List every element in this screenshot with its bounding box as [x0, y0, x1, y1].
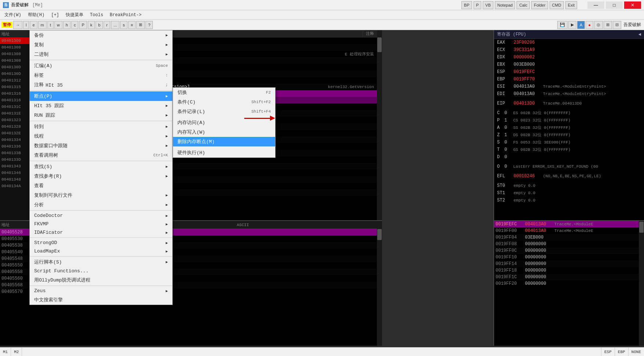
addr-2: 00401308	[0, 51, 30, 57]
ctx-chinese-search[interactable]: 中文搜索引擎	[30, 295, 172, 305]
ctx-sub-del-mem-bp[interactable]: 删除内存断点(M)	[173, 137, 275, 146]
ctx-sub-mem-write[interactable]: 内存写入(W)	[173, 127, 275, 137]
stack-row-3[interactable]: 0019FF0C 00000000	[494, 247, 644, 254]
ctx-copy[interactable]: 复制▶	[30, 40, 172, 50]
tb-plus2[interactable]: ⊞	[604, 21, 612, 29]
ctx-strongod[interactable]: StrongOD▶	[30, 239, 172, 247]
ctx-ollydump[interactable]: 用OllyDump脱壳调试进程	[30, 275, 172, 285]
calc-button[interactable]: Calc	[517, 1, 530, 9]
stack-row-8[interactable]: 0019FF20 00000000	[494, 280, 644, 287]
tb-e[interactable]: e	[30, 21, 37, 29]
ctx-find-ref[interactable]: 查找参考(R)▶	[30, 171, 172, 181]
menu-shortcuts[interactable]: 快捷菜单	[63, 11, 86, 19]
ctx-sub-hw-exec[interactable]: 硬件执行(H)	[173, 148, 275, 157]
tb-r[interactable]: r	[104, 21, 110, 29]
ctx-backup[interactable]: 备份▶	[30, 30, 172, 40]
addr-20: 00401346	[0, 170, 30, 176]
ctx-comment[interactable]: 注释;	[30, 80, 172, 90]
tb-dots[interactable]: ...	[111, 21, 119, 29]
tb-minus[interactable]: ⊟	[613, 21, 621, 29]
menu-help[interactable]: 帮助(H)	[25, 11, 48, 19]
stack-row-0[interactable]: 0019FF00 004013A0 TraceMe.<ModuleE	[494, 228, 644, 234]
ctx-thread[interactable]: 线程▶	[30, 131, 172, 141]
vb-button[interactable]: VB	[483, 1, 493, 9]
tb-a[interactable]: A	[577, 21, 585, 29]
ctx-codedoctor[interactable]: CodeDoctor▶	[30, 211, 172, 220]
ctx-loadmapex[interactable]: LoadMapEx▶	[30, 247, 172, 255]
maximize-button[interactable]: □	[606, 1, 623, 9]
ctx-find[interactable]: 查找(S)▶	[30, 162, 172, 171]
minimize-button[interactable]: —	[587, 1, 604, 9]
ctx-run-trace[interactable]: RUN 跟踪▶	[30, 110, 172, 120]
tb-play[interactable]: ▶	[568, 21, 576, 29]
p-button[interactable]: P	[474, 1, 481, 9]
menu-breakpoint[interactable]: BreakPoint->	[107, 12, 144, 18]
ctx-binary[interactable]: 二进制▶	[30, 50, 172, 59]
tb-b[interactable]: b	[96, 21, 103, 29]
tb-l[interactable]: l	[23, 21, 29, 29]
registers-collapse[interactable]: ◀	[638, 32, 641, 37]
ctx-sub-toggle[interactable]: 切换F2	[173, 88, 275, 97]
ctx-script-funcs[interactable]: Script Functions...	[30, 267, 172, 275]
exit-button[interactable]: Exit	[565, 1, 577, 9]
stack-row-4[interactable]: 0019FF10 00000000	[494, 254, 644, 261]
close-button[interactable]: ✕	[624, 1, 641, 9]
tb-k[interactable]: k	[88, 21, 95, 29]
cmd-button[interactable]: CMD	[550, 1, 564, 9]
ctx-idaficator[interactable]: IDAFicator▶	[30, 228, 172, 237]
status-m1[interactable]: M1	[0, 348, 11, 356]
addr-14: 0040132E	[0, 130, 30, 137]
menu-tools[interactable]: Tools	[87, 12, 106, 18]
tb-h[interactable]: h	[63, 21, 71, 29]
ctx-view[interactable]: 查看	[30, 181, 172, 190]
ctx-zeus[interactable]: Zeus▶	[30, 287, 172, 295]
folder-button[interactable]: Folder	[531, 1, 548, 9]
tb-save[interactable]: 💾	[557, 21, 568, 29]
scrollbar-thumb[interactable]	[377, 37, 382, 52]
ctx-run-script[interactable]: 运行脚本(S)▶	[30, 257, 172, 267]
status-m2[interactable]: M2	[11, 348, 22, 356]
ctx-assemble[interactable]: 汇编(A)Space	[30, 61, 172, 70]
status-bar: M1 M2 ESP EBP NONE	[0, 347, 644, 356]
addr-12: 00401323	[0, 117, 30, 123]
ctx-goto[interactable]: 转到▶	[30, 122, 172, 131]
data-panel-scrollbar[interactable]	[377, 221, 382, 346]
stack-row-7[interactable]: 0019FF1C 00000000	[494, 274, 644, 280]
ctx-sub-condition[interactable]: 条件(C)Shift+F2	[173, 97, 275, 107]
disasm-scrollbar[interactable]	[377, 30, 382, 221]
stack-row-1[interactable]: 0019FF04 03EB000	[494, 234, 644, 241]
ctx-breakpoint[interactable]: 断点(P)▶	[30, 91, 172, 101]
ctx-label[interactable]: 标签:	[30, 70, 172, 80]
stack-row-2[interactable]: 0019FF08 00000000	[494, 241, 644, 247]
tb-grid[interactable]: ⊞	[136, 21, 145, 29]
ctx-analyze[interactable]: 分析▶	[30, 200, 172, 210]
tb-question[interactable]: ?	[145, 21, 153, 29]
tb-w[interactable]: w	[54, 21, 62, 29]
ctx-follow-data[interactable]: 数据窗口中跟随▶	[30, 141, 172, 150]
tb-target[interactable]: ◎	[594, 21, 603, 29]
ctx-copy-exec[interactable]: 复制到可执行文件▶	[30, 190, 172, 200]
reg-val-ebx: 003EB000	[514, 61, 543, 68]
bp-button[interactable]: BP	[461, 1, 472, 9]
stack-row-highlight[interactable]: 0019FEFC 004013A0 TraceMe.<ModuleE	[494, 221, 644, 228]
ctx-hit-trace[interactable]: HIt 35 跟踪▶	[30, 101, 172, 110]
tb-c[interactable]: c	[71, 21, 79, 29]
tb-P[interactable]: P	[79, 21, 87, 29]
tb-arrow[interactable]: →	[13, 21, 22, 29]
tb-rec[interactable]: ●	[586, 21, 593, 29]
tb-t[interactable]: t	[47, 21, 54, 29]
ctx-sub-cond-log[interactable]: 条件记录(L)Shift+F4	[173, 107, 275, 116]
ctx-call-tree[interactable]: 查看调用树Ctrl+K	[30, 150, 172, 160]
tb-list[interactable]: ≡	[128, 21, 136, 29]
menu-file[interactable]: 文件(W)	[1, 11, 24, 19]
reg-val-edi: 004013A0	[514, 91, 543, 97]
tb-s[interactable]: s	[120, 21, 127, 29]
menu-bar: 文件(W) 帮助(H) [+] 快捷菜单 Tools BreakPoint->	[0, 10, 644, 20]
menu-plus[interactable]: [+]	[48, 12, 62, 18]
stack-row-6[interactable]: 0019FF18 00000000	[494, 267, 644, 274]
notepad-button[interactable]: Notepad	[495, 1, 515, 9]
ctx-fkvmp[interactable]: FKVMP▶	[30, 220, 172, 228]
stack-scrollbar[interactable]	[639, 221, 644, 346]
tb-m[interactable]: m	[38, 21, 47, 29]
stack-row-5[interactable]: 0019FF14 00000000	[494, 261, 644, 267]
